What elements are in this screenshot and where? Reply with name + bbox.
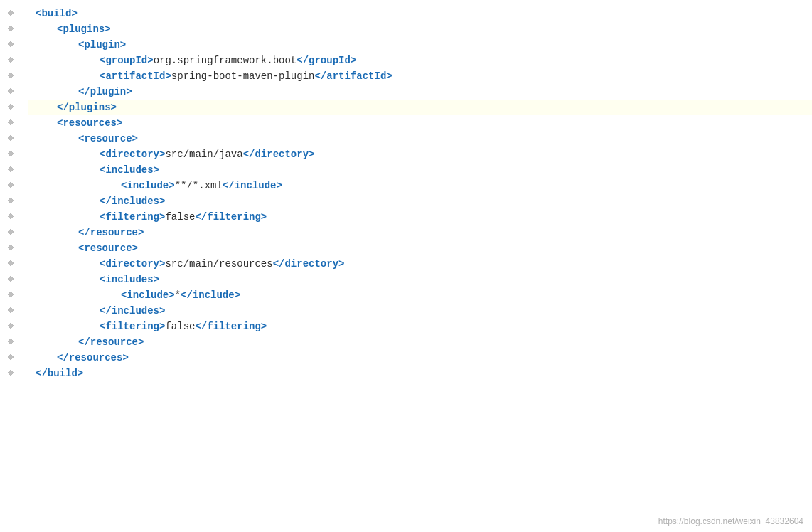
code-line: </includes> — [28, 303, 812, 319]
gutter-icon — [5, 319, 16, 333]
svg-marker-3 — [8, 57, 14, 63]
code-line: </resource> — [28, 225, 812, 240]
svg-marker-17 — [8, 276, 14, 282]
gutter-icon — [5, 350, 16, 364]
gutter-icon — [5, 193, 16, 208]
svg-marker-13 — [8, 213, 14, 219]
svg-marker-8 — [8, 135, 14, 141]
code-line: <resource> — [28, 240, 812, 256]
gutter-icon — [5, 68, 16, 83]
gutter-icon — [5, 84, 16, 98]
code-line: </includes> — [28, 193, 812, 209]
svg-marker-0 — [8, 10, 14, 16]
code-area[interactable]: <build><plugins><plugin><groupId>org.spr… — [21, 0, 812, 532]
svg-marker-14 — [8, 229, 14, 235]
svg-marker-23 — [8, 370, 14, 376]
code-line: <directory>src/main/java</directory> — [28, 147, 812, 162]
svg-marker-9 — [8, 151, 14, 156]
code-line: </resources> — [28, 350, 812, 366]
svg-marker-6 — [8, 104, 14, 110]
code-line: <plugins> — [28, 21, 812, 37]
code-line: </build> — [28, 366, 812, 381]
gutter-icon — [5, 334, 16, 349]
code-line: </plugins> — [28, 100, 812, 115]
code-line: </resource> — [28, 334, 812, 350]
code-line: <plugin> — [28, 37, 812, 53]
svg-marker-7 — [8, 119, 14, 125]
gutter-icon — [5, 303, 16, 317]
line-gutter — [0, 0, 21, 532]
svg-marker-12 — [8, 198, 14, 203]
gutter-icon — [5, 131, 16, 145]
svg-marker-2 — [8, 41, 14, 47]
code-line: </plugin> — [28, 84, 812, 100]
svg-marker-16 — [8, 260, 14, 266]
svg-marker-5 — [8, 88, 14, 94]
gutter-icon — [5, 256, 16, 270]
code-line: <groupId>org.springframework.boot</group… — [28, 53, 812, 68]
gutter-icon — [5, 272, 16, 286]
code-line: <directory>src/main/resources</directory… — [28, 256, 812, 272]
code-line: <resources> — [28, 115, 812, 131]
code-line: <includes> — [28, 162, 812, 178]
svg-marker-10 — [8, 166, 14, 172]
code-line: <build> — [28, 6, 812, 21]
svg-marker-15 — [8, 245, 14, 250]
gutter-icon — [5, 21, 16, 36]
code-line: <include>**/*.xml</include> — [28, 178, 812, 193]
code-line: <includes> — [28, 272, 812, 287]
editor-container: <build><plugins><plugin><groupId>org.spr… — [0, 0, 812, 532]
gutter-icon — [5, 178, 16, 192]
code-line: <artifactId>spring-boot-maven-plugin</ar… — [28, 68, 812, 84]
gutter-icon — [5, 225, 16, 239]
gutter-icon — [5, 240, 16, 255]
gutter-icon — [5, 53, 16, 67]
gutter-icon — [5, 6, 16, 20]
svg-marker-19 — [8, 307, 14, 313]
svg-marker-20 — [8, 323, 14, 329]
code-line: <filtering>false</filtering> — [28, 319, 812, 334]
gutter-icon — [5, 287, 16, 302]
watermark: https://blog.csdn.net/weixin_43832604 — [658, 516, 803, 526]
gutter-icon — [5, 162, 16, 176]
gutter-icon — [5, 366, 16, 380]
code-line: <include>*</include> — [28, 287, 812, 303]
svg-marker-4 — [8, 73, 14, 78]
svg-marker-22 — [8, 354, 14, 360]
gutter-icon — [5, 115, 16, 129]
code-line: <filtering>false</filtering> — [28, 209, 812, 225]
gutter-icon — [5, 209, 16, 223]
code-line: <resource> — [28, 131, 812, 147]
svg-marker-11 — [8, 182, 14, 188]
gutter-icon — [5, 37, 16, 51]
svg-marker-21 — [8, 339, 14, 344]
gutter-icon — [5, 100, 16, 114]
gutter-icon — [5, 147, 16, 161]
svg-marker-18 — [8, 292, 14, 297]
svg-marker-1 — [8, 26, 14, 31]
